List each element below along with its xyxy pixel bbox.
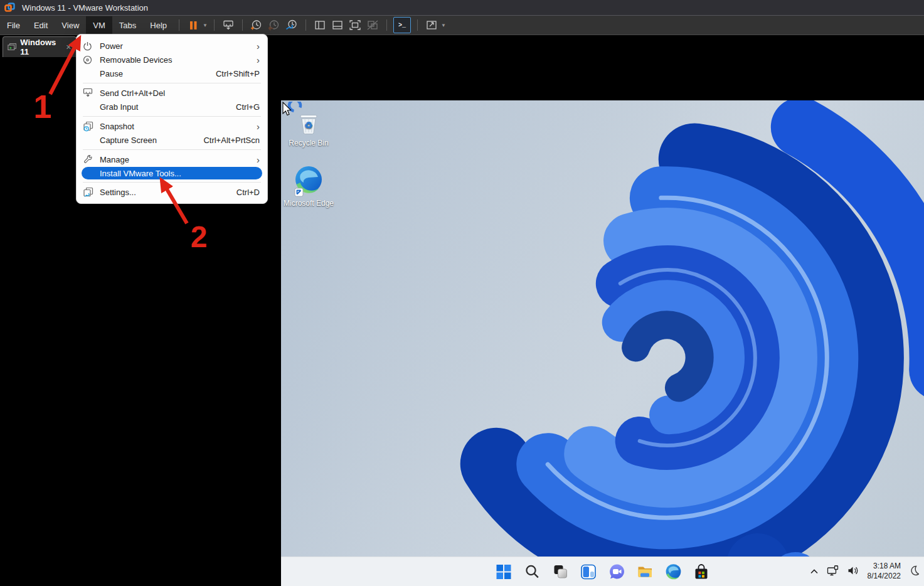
- show-library-button[interactable]: [312, 18, 327, 33]
- tab-close-icon[interactable]: ✕: [66, 43, 72, 51]
- wrench-icon: [83, 154, 100, 164]
- submenu-arrow-icon: ›: [257, 155, 260, 164]
- console-icon: >_: [398, 22, 406, 29]
- toolbar-separator: [386, 19, 387, 31]
- enter-unity-button[interactable]: [365, 18, 380, 33]
- search-icon: [524, 564, 539, 579]
- free-stretch-dropdown-caret[interactable]: ▼: [441, 23, 446, 28]
- vmware-logo-icon: [4, 3, 15, 13]
- menu-shortcut: Ctrl+Alt+PrtScn: [203, 136, 260, 145]
- menu-shortcut: Ctrl+D: [236, 188, 260, 197]
- vm-menu-item-settings[interactable]: Settings... Ctrl+D: [77, 185, 267, 199]
- svg-text:♻: ♻: [304, 120, 312, 131]
- menu-shortcut: Ctrl+Shift+P: [216, 69, 260, 78]
- vm-menu-item-pause[interactable]: Pause Ctrl+Shift+P: [77, 67, 267, 80]
- send-ctrl-alt-del-button[interactable]: [221, 18, 236, 33]
- volume-icon[interactable]: [847, 566, 859, 578]
- network-icon[interactable]: [827, 565, 839, 578]
- vm-menu-item-snapshot[interactable]: Snapshot ›: [77, 119, 267, 133]
- search-button[interactable]: [523, 563, 541, 580]
- titlebar: Windows 11 - VMware Workstation: [0, 0, 924, 16]
- take-snapshot-icon: [250, 19, 262, 31]
- vm-tab-icon: [8, 43, 16, 51]
- edge-icon: [294, 166, 323, 197]
- snapshot-icon: [83, 121, 100, 132]
- edge-taskbar-button[interactable]: [664, 563, 682, 580]
- tray-chevron-up-icon[interactable]: [810, 566, 819, 577]
- vm-menu-item-capture-screen[interactable]: Capture Screen Ctrl+Alt+PrtScn: [77, 133, 267, 147]
- toolbar-separator: [179, 19, 179, 31]
- task-view-button[interactable]: [551, 563, 569, 580]
- system-tray: 3:18 AM 8/14/2022: [810, 557, 919, 586]
- show-thumbnail-bar-button[interactable]: [330, 18, 345, 33]
- enter-full-screen-button[interactable]: [348, 18, 363, 33]
- menubar-item-edit[interactable]: Edit: [27, 16, 55, 35]
- submenu-arrow-icon: ›: [257, 122, 260, 131]
- menubar-item-help[interactable]: Help: [143, 16, 174, 35]
- toolbar-separator: [242, 19, 243, 31]
- guest-screen[interactable]: ♻ Recycle Bin Microsoft Edge: [281, 100, 924, 586]
- menu-separator: [83, 116, 261, 117]
- menubar-item-vm[interactable]: VM: [86, 16, 112, 35]
- task-view-icon: [553, 564, 568, 579]
- show-library-icon: [314, 20, 326, 30]
- menubar-item-file[interactable]: File: [0, 16, 27, 35]
- settings-icon: [83, 187, 100, 198]
- chat-button[interactable]: [608, 563, 625, 580]
- microsoft-store-button[interactable]: [693, 563, 710, 580]
- window-title: Windows 11 - VMware Workstation: [22, 3, 148, 13]
- revert-snapshot-button[interactable]: [267, 18, 282, 33]
- desktop-icon-microsoft-edge[interactable]: Microsoft Edge: [282, 166, 335, 208]
- menubar-item-view[interactable]: View: [55, 16, 86, 35]
- tab-windows-11[interactable]: Windows 11 ✕: [3, 36, 77, 57]
- pause-icon: [189, 21, 198, 30]
- vm-tab-label: Windows 11: [20, 38, 61, 56]
- wallpaper-bloom: [281, 100, 924, 586]
- submenu-arrow-icon: ›: [257, 41, 260, 51]
- virtual-machine-console-button[interactable]: >_: [393, 17, 411, 33]
- taskbar-center-icons: [495, 557, 710, 586]
- file-explorer-button[interactable]: [636, 563, 654, 580]
- tray-clock[interactable]: 3:18 AM 8/14/2022: [868, 562, 901, 581]
- pause-dropdown-caret[interactable]: ▼: [203, 23, 208, 28]
- enter-unity-icon: [367, 20, 378, 30]
- send-ctrl-alt-del-icon: [223, 20, 234, 31]
- vm-menu-item-send-ctrl-alt-del[interactable]: Send Ctrl+Alt+Del: [77, 86, 267, 100]
- vm-menu-item-power[interactable]: Power ›: [77, 39, 267, 53]
- enter-full-screen-icon: [349, 20, 361, 30]
- file-explorer-icon: [637, 564, 653, 579]
- menu-separator: [83, 83, 261, 83]
- microsoft-store-icon: [694, 564, 709, 580]
- toolbar-separator: [214, 19, 215, 31]
- toolbar-separator: [305, 19, 306, 31]
- mouse-cursor: [282, 102, 303, 123]
- vm-menu-popup: Power › Removable Devices › Pause Ctrl+S…: [76, 34, 268, 204]
- revert-snapshot-icon: [268, 19, 280, 31]
- menu-shortcut: Ctrl+G: [236, 102, 260, 112]
- manage-snapshots-icon: [285, 19, 297, 31]
- tray-date: 8/14/2022: [868, 572, 901, 582]
- focus-assist-moon-icon[interactable]: [909, 565, 919, 578]
- widgets-icon: [581, 564, 597, 580]
- show-thumbnail-bar-icon: [332, 20, 343, 30]
- start-button[interactable]: [495, 563, 512, 580]
- vm-menu-item-removable-devices[interactable]: Removable Devices ›: [77, 53, 267, 67]
- power-icon: [83, 41, 100, 51]
- menubar: File Edit View VM Tabs Help ▼: [0, 16, 924, 35]
- monitor-arrow-icon: [83, 88, 100, 98]
- vm-menu-item-install-vmware-tools[interactable]: Install VMware Tools...: [82, 167, 262, 179]
- edge-icon: [665, 563, 681, 580]
- desktop-icon-label: Microsoft Edge: [282, 199, 335, 208]
- disc-icon: [83, 55, 100, 65]
- submenu-arrow-icon: ›: [257, 55, 260, 65]
- vm-menu-item-grab-input[interactable]: Grab Input Ctrl+G: [77, 100, 267, 114]
- tray-time: 3:18 AM: [868, 562, 901, 572]
- take-snapshot-button[interactable]: [249, 18, 264, 33]
- menu-separator: [83, 182, 261, 183]
- manage-snapshots-button[interactable]: [284, 18, 299, 33]
- pause-button[interactable]: [186, 18, 201, 33]
- vm-menu-item-manage[interactable]: Manage ›: [77, 152, 267, 166]
- widgets-button[interactable]: [580, 563, 597, 580]
- free-stretch-button[interactable]: [424, 18, 439, 33]
- menubar-item-tabs[interactable]: Tabs: [112, 16, 143, 35]
